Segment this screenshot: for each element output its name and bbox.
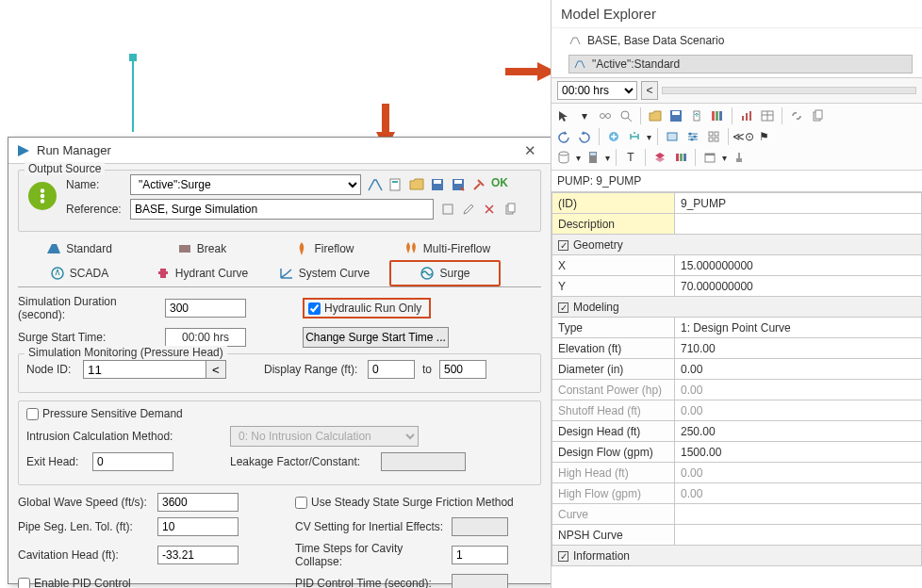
svg-point-40 [691, 139, 694, 141]
display-range-to-input[interactable] [439, 360, 486, 379]
display-range-from-input[interactable] [368, 360, 415, 379]
tab-break[interactable]: Break [140, 237, 263, 260]
link-icon[interactable] [597, 107, 614, 124]
svg-point-4 [41, 188, 45, 193]
svg-rect-37 [667, 133, 677, 140]
change-surge-start-button[interactable]: Change Surge Start Time ... [303, 327, 449, 348]
undo-icon[interactable] [555, 128, 572, 145]
pointer-dropdown-icon[interactable]: ▾ [576, 107, 593, 124]
calendar-icon[interactable] [701, 149, 718, 166]
theme-icon[interactable] [672, 149, 689, 166]
tab-system-curve[interactable]: System Curve [263, 260, 386, 286]
exit-head-input[interactable] [92, 452, 173, 471]
prop-section-geometry: ✓Geometry [552, 235, 922, 255]
hydraulic-run-only-highlight: Hydraulic Run Only [303, 298, 431, 318]
sim-duration-label: Simulation Duration (second): [18, 295, 165, 321]
svg-rect-0 [382, 104, 389, 132]
ref-cut-icon[interactable] [481, 201, 498, 218]
redo-icon[interactable] [576, 128, 593, 145]
save-floppy-icon[interactable] [667, 107, 684, 124]
run-icon[interactable] [367, 176, 384, 193]
reference-input[interactable] [130, 199, 434, 220]
enable-pid-checkbox[interactable] [18, 578, 30, 589]
svg-rect-47 [590, 153, 596, 155]
sim-duration-input[interactable] [165, 299, 246, 318]
time-prev-button[interactable]: < [641, 81, 658, 100]
tools-icon[interactable] [470, 176, 487, 193]
select-rect-icon[interactable] [664, 128, 681, 145]
prop-row-y: Y70.000000000 [552, 276, 922, 297]
scenario-active-icon [573, 57, 586, 71]
property-table: (ID)9_PUMP Description ✓Geometry X15.000… [552, 192, 922, 566]
prop-row-npsh: NPSH Curve [552, 525, 922, 546]
tree-row-base[interactable]: BASE, Base Data Scenario [568, 32, 913, 49]
enable-pid-label: Enable PID Control [34, 577, 157, 588]
close-button[interactable]: ✕ [517, 142, 543, 159]
folder-icon[interactable] [647, 107, 664, 124]
tab-surge[interactable]: Surge [389, 260, 501, 286]
chart-icon[interactable] [738, 107, 755, 124]
output-source-toolbar: OK [367, 176, 508, 193]
db-icon[interactable] [555, 149, 572, 166]
time-steps-label: Time Steps for Cavity Collapse: [295, 542, 452, 568]
window-title: Run Manager [37, 143, 517, 157]
ref-edit-icon[interactable] [460, 201, 477, 218]
tab-scada[interactable]: SCADA [18, 260, 140, 286]
steady-state-label: Use Steady State Surge Friction Method [311, 496, 514, 509]
node-id-input[interactable] [83, 360, 206, 379]
tree-row-active[interactable]: "Active":Standard [568, 55, 913, 74]
export-icon[interactable] [688, 107, 705, 124]
hydraulic-run-only-checkbox[interactable] [308, 302, 321, 315]
name-select[interactable]: "Active":Surge [130, 174, 361, 195]
tab-fireflow[interactable]: Fireflow [263, 237, 386, 260]
report-icon[interactable] [387, 176, 404, 193]
to-label: to [422, 363, 432, 376]
time-steps-input[interactable] [452, 546, 508, 564]
prop-section-modeling: ✓Modeling [552, 297, 922, 318]
query-icon[interactable]: ≪⊙ [734, 128, 751, 145]
prop-row-diameter: Diameter (in)0.00 [552, 359, 922, 380]
tab-hydrant-curve[interactable]: Hydrant Curve [140, 260, 263, 286]
saveas-icon[interactable] [450, 176, 467, 193]
time-select[interactable]: 00:00 hrs [557, 81, 637, 100]
table-icon[interactable] [759, 107, 776, 124]
cavitation-label: Cavitation Head (ft): [18, 548, 157, 562]
ok-button[interactable]: OK [491, 176, 508, 193]
ref-copy-icon[interactable] [502, 201, 519, 218]
svg-rect-32 [749, 111, 751, 121]
pipe-seg-input[interactable] [157, 517, 239, 536]
tab-multifireflow[interactable]: Multi-Fireflow [386, 237, 508, 260]
node-id-browse-button[interactable]: < [206, 360, 226, 379]
steady-state-checkbox[interactable] [295, 497, 307, 509]
intrusion-method-label: Intrusion Calculation Method: [26, 430, 173, 443]
cavitation-input[interactable] [157, 546, 239, 564]
brush-icon[interactable] [731, 149, 748, 166]
time-navigation-bar: 00:00 hrs < [552, 77, 922, 104]
zoom-icon[interactable] [617, 107, 634, 124]
copy-icon[interactable] [809, 107, 826, 124]
add-icon[interactable] [605, 128, 622, 145]
flag-icon[interactable]: ⚑ [755, 128, 772, 145]
grid-view-icon[interactable] [705, 128, 722, 145]
tab-standard[interactable]: Standard [18, 237, 140, 260]
ref-new-icon[interactable] [439, 201, 456, 218]
svg-rect-29 [719, 111, 722, 121]
pressure-sensitive-checkbox[interactable] [26, 408, 39, 420]
svg-rect-16 [179, 245, 190, 253]
time-slider[interactable] [662, 87, 916, 94]
valve-icon[interactable] [626, 128, 643, 145]
save-icon[interactable] [429, 176, 446, 193]
svg-rect-15 [508, 204, 515, 212]
prop-row-shutoff-head: Shutoff Head (ft)0.00 [552, 400, 922, 421]
svg-rect-49 [680, 154, 683, 161]
style-icon[interactable] [709, 107, 726, 124]
settings-slider-icon[interactable] [684, 128, 701, 145]
text-icon[interactable]: T [622, 149, 639, 166]
pointer-icon[interactable] [555, 107, 572, 124]
chain-icon[interactable] [788, 107, 805, 124]
prop-row-type: Type1: Design Point Curve [552, 318, 922, 338]
global-wave-input[interactable] [157, 493, 239, 512]
layers-icon[interactable] [651, 149, 668, 166]
calc-icon[interactable] [584, 149, 601, 166]
open-folder-icon[interactable] [408, 176, 425, 193]
